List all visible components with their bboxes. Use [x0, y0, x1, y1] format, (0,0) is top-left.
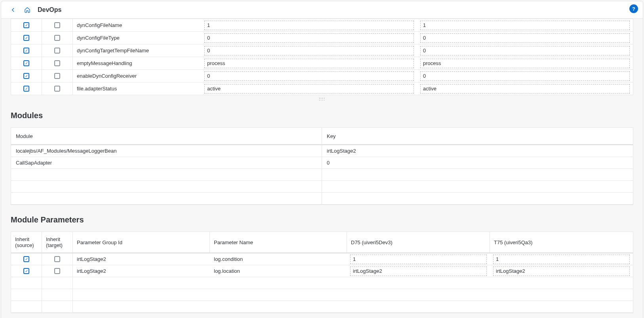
- mp-t75-cell[interactable]: 1: [493, 255, 630, 264]
- inherit-target-checkbox[interactable]: [54, 35, 60, 41]
- module-name-cell: [11, 169, 322, 180]
- inherit-target-checkbox[interactable]: [54, 22, 60, 28]
- module-row: [11, 193, 633, 205]
- mp-row: ✓irtLogStage2log.locationirtLogStage2irt…: [11, 265, 633, 277]
- config-param-name: dynConfigFileName: [73, 22, 201, 28]
- module-name-cell: CallSapAdapter: [11, 157, 322, 169]
- config-param-name: file.adapterStatus: [73, 86, 201, 92]
- mp-d75-cell[interactable]: irtLogStage2: [350, 266, 487, 276]
- mp-name-cell: log.location: [210, 268, 347, 274]
- inherit-source-checkbox[interactable]: ✓: [23, 22, 29, 28]
- config-value-target[interactable]: 0: [420, 71, 630, 81]
- config-value-source[interactable]: 1: [204, 21, 414, 30]
- chevron-left-icon: [10, 7, 16, 13]
- module-params-title: Module Parameters: [11, 215, 633, 224]
- mp-group-cell: irtLogStage2: [73, 256, 210, 262]
- page-title: DevOps: [38, 6, 61, 13]
- mp-row: [11, 289, 633, 301]
- config-param-name: enableDynConfigReceiver: [73, 73, 201, 79]
- config-row: ✓dynConfigFileType00: [11, 31, 633, 44]
- modules-header-module: Module: [11, 128, 322, 144]
- config-row: ✓dynConfigFileName11: [11, 19, 633, 31]
- config-value-target[interactable]: active: [420, 84, 630, 94]
- mp-inherit-source-checkbox[interactable]: ✓: [23, 268, 29, 274]
- config-value-target[interactable]: 0: [420, 46, 630, 56]
- mp-row: [11, 277, 633, 289]
- inherit-target-checkbox[interactable]: [54, 48, 60, 54]
- config-param-name: dynConfigFileType: [73, 35, 201, 41]
- config-value-source[interactable]: process: [204, 59, 414, 68]
- mp-header-inherit-target: Inherit (target): [42, 232, 73, 253]
- config-value-target[interactable]: 0: [420, 33, 630, 43]
- config-value-source[interactable]: active: [204, 84, 414, 94]
- config-row: ✓enableDynConfigReceiver00: [11, 69, 633, 82]
- config-row: ✓emptyMessageHandlingprocessprocess: [11, 57, 633, 69]
- mp-row: [11, 301, 633, 313]
- modules-table: Module Key localejbs/AF_Modules/MessageL…: [11, 127, 633, 205]
- inherit-source-checkbox[interactable]: ✓: [23, 86, 29, 92]
- resize-handle[interactable]: ::::: [11, 95, 633, 101]
- config-value-source[interactable]: 0: [204, 71, 414, 81]
- mp-header-t75: T75 (uiveri5Qa3): [490, 232, 633, 253]
- mp-header-row: Inherit (source) Inherit (target) Parame…: [11, 232, 633, 253]
- inherit-target-checkbox[interactable]: [54, 60, 60, 66]
- module-name-cell: localejbs/AF_Modules/MessageLoggerBean: [11, 145, 322, 157]
- inherit-source-checkbox[interactable]: ✓: [23, 60, 29, 66]
- module-key-cell: irtLogStage2: [322, 148, 633, 154]
- mp-inherit-source-checkbox[interactable]: ✓: [23, 256, 29, 262]
- mp-row: ✓irtLogStage2log.condition11: [11, 253, 633, 265]
- config-value-target[interactable]: 1: [420, 21, 630, 30]
- config-row: ✓file.adapterStatusactiveactive: [11, 82, 633, 95]
- modules-header-row: Module Key: [11, 128, 633, 145]
- module-name-cell: [11, 193, 322, 204]
- config-row: ✓dynConfigTargetTempFileName00: [11, 44, 633, 57]
- modules-header-key: Key: [322, 133, 633, 139]
- shell-bar: DevOps ?: [1, 1, 643, 19]
- mp-t75-cell[interactable]: irtLogStage2: [493, 266, 630, 276]
- mp-inherit-target-checkbox[interactable]: [54, 268, 60, 274]
- module-row: CallSapAdapter0: [11, 157, 633, 169]
- help-button[interactable]: ?: [629, 4, 638, 13]
- config-param-name: emptyMessageHandling: [73, 60, 201, 66]
- inherit-target-checkbox[interactable]: [54, 86, 60, 92]
- module-params-table: Inherit (source) Inherit (target) Parame…: [11, 232, 633, 313]
- mp-header-name: Parameter Name: [210, 232, 347, 253]
- mp-header-group: Parameter Group Id: [73, 232, 210, 253]
- inherit-target-checkbox[interactable]: [54, 73, 60, 79]
- modules-title: Modules: [11, 111, 633, 120]
- inherit-source-checkbox[interactable]: ✓: [23, 73, 29, 79]
- module-row: [11, 181, 633, 193]
- module-key-cell: 0: [322, 160, 633, 166]
- module-row: [11, 169, 633, 181]
- mp-header-d75: D75 (uiveri5Dev3): [347, 232, 490, 253]
- config-value-source[interactable]: 0: [204, 46, 414, 56]
- module-name-cell: [11, 181, 322, 192]
- back-button[interactable]: [8, 4, 19, 15]
- config-param-name: dynConfigTargetTempFileName: [73, 48, 201, 54]
- question-icon: ?: [632, 6, 635, 12]
- mp-header-inherit-source: Inherit (source): [11, 232, 42, 253]
- mp-inherit-target-checkbox[interactable]: [54, 256, 60, 262]
- home-button[interactable]: [22, 4, 33, 15]
- module-row: localejbs/AF_Modules/MessageLoggerBeanir…: [11, 145, 633, 157]
- home-icon: [24, 7, 30, 13]
- config-value-source[interactable]: 0: [204, 33, 414, 43]
- mp-d75-cell[interactable]: 1: [350, 255, 487, 264]
- inherit-source-checkbox[interactable]: ✓: [23, 48, 29, 54]
- mp-group-cell: irtLogStage2: [73, 268, 210, 274]
- config-value-target[interactable]: process: [420, 59, 630, 68]
- inherit-source-checkbox[interactable]: ✓: [23, 35, 29, 41]
- mp-name-cell: log.condition: [210, 256, 347, 262]
- adapter-config-table: ✓dynConfigFileName11✓dynConfigFileType00…: [11, 19, 633, 95]
